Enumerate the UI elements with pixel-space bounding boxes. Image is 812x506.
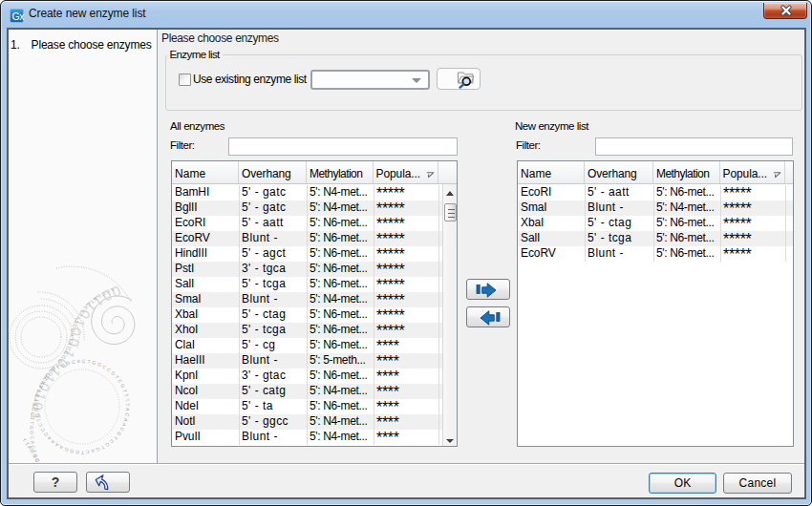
svg-text:0011010010110101: 0011010010110101 <box>28 283 123 424</box>
svg-text:ATTTAAGCTTGGCACTGGCCGTCGTTTTAC: ATTTAAGCTTGGCACTGGCCGTCGTTTTACAACGTCGTGA… <box>9 30 131 455</box>
